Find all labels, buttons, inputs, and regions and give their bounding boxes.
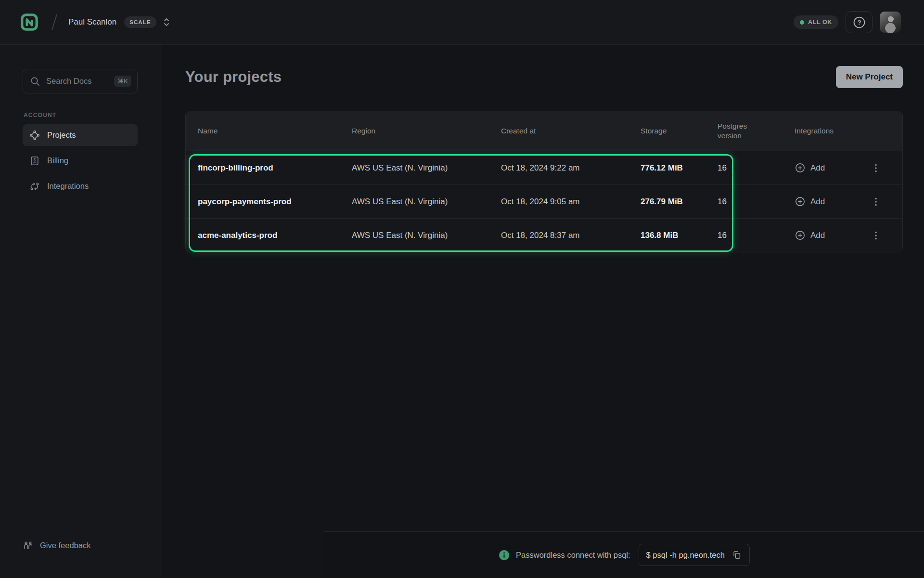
- question-icon: ?: [853, 16, 866, 29]
- org-switcher-chevrons-icon[interactable]: [162, 16, 171, 28]
- psql-hint-label: Passwordless connect with psql:: [516, 551, 630, 560]
- row-menu-button[interactable]: [869, 195, 883, 209]
- table-row-fincorp-billing-prod[interactable]: fincorp-billing-prod AWS US East (N. Vir…: [186, 151, 902, 184]
- add-integration-button[interactable]: Add: [795, 230, 825, 241]
- project-storage: 776.12 MiB: [641, 163, 718, 173]
- circle-plus-icon: [795, 196, 806, 207]
- copy-icon: [732, 550, 742, 560]
- add-integration-label: Add: [810, 231, 825, 240]
- project-name[interactable]: paycorp-payments-prod: [198, 197, 352, 207]
- project-postgres-version: 16: [718, 163, 795, 173]
- add-integration-label: Add: [810, 197, 825, 207]
- psql-command-box[interactable]: $ psql -h pg.neon.tech: [639, 544, 750, 566]
- info-icon: [499, 550, 510, 561]
- project-storage: 276.79 MiB: [641, 197, 718, 207]
- footer-bar: Passwordless connect with psql: $ psql -…: [324, 531, 924, 578]
- add-integration-button[interactable]: Add: [795, 162, 825, 173]
- svg-text:?: ?: [857, 19, 861, 26]
- project-storage: 136.8 MiB: [641, 231, 718, 240]
- copy-command-button[interactable]: [732, 550, 742, 560]
- column-header-created-at: Created at: [501, 127, 641, 135]
- column-header-storage: Storage: [641, 127, 718, 135]
- sidebar: Search Docs ⌘K ACCOUNT Projects $ Bil: [0, 45, 162, 578]
- project-region: AWS US East (N. Virginia): [352, 197, 501, 207]
- search-icon: [30, 76, 40, 87]
- psql-command: $ psql -h pg.neon.tech: [646, 551, 725, 560]
- column-header-integrations: Integrations: [795, 127, 902, 135]
- status-dot-icon: [800, 20, 804, 25]
- projects-table: Name Region Created at Storage Postgres …: [185, 111, 903, 252]
- table-row-acme-analytics-prod[interactable]: acme-analytics-prod AWS US East (N. Virg…: [186, 218, 902, 252]
- add-integration-button[interactable]: Add: [795, 196, 825, 207]
- give-feedback-label: Give feedback: [40, 541, 90, 550]
- plan-badge: SCALE: [124, 16, 156, 28]
- project-postgres-version: 16: [718, 197, 795, 207]
- project-region: AWS US East (N. Virginia): [352, 231, 501, 240]
- feedback-people-icon: [23, 540, 34, 551]
- top-bar-actions: ALL OK ?: [794, 11, 901, 33]
- sidebar-item-label: Integrations: [47, 182, 89, 191]
- status-badge[interactable]: ALL OK: [794, 15, 838, 29]
- row-menu-button[interactable]: [869, 161, 883, 175]
- sidebar-item-projects[interactable]: Projects: [23, 124, 138, 146]
- breadcrumb: Paul Scanlon SCALE: [20, 13, 171, 31]
- status-label: ALL OK: [808, 19, 832, 26]
- main-content: Your projects New Project Name Region Cr…: [162, 45, 924, 578]
- sidebar-item-label: Projects: [47, 131, 76, 140]
- give-feedback-button[interactable]: Give feedback: [23, 540, 90, 551]
- avatar[interactable]: [880, 12, 901, 33]
- project-created-at: Oct 18, 2024 9:22 am: [501, 163, 641, 173]
- sidebar-item-label: Billing: [47, 156, 68, 165]
- circle-plus-icon: [795, 230, 806, 241]
- project-region: AWS US East (N. Virginia): [352, 163, 501, 173]
- search-placeholder: Search Docs: [46, 77, 108, 86]
- sidebar-section-account: ACCOUNT: [24, 112, 138, 118]
- table-row-paycorp-payments-prod[interactable]: paycorp-payments-prod AWS US East (N. Vi…: [186, 184, 902, 218]
- kebab-menu-icon: [871, 230, 881, 241]
- column-header-name: Name: [198, 127, 352, 135]
- column-header-postgres-version: Postgres version: [718, 121, 757, 141]
- row-menu-button[interactable]: [869, 228, 883, 243]
- kebab-menu-icon: [871, 197, 881, 207]
- new-project-button[interactable]: New Project: [836, 66, 903, 88]
- help-button[interactable]: ?: [846, 11, 873, 33]
- project-created-at: Oct 18, 2024 8:37 am: [501, 231, 641, 240]
- project-postgres-version: 16: [718, 231, 795, 240]
- table-header-row: Name Region Created at Storage Postgres …: [186, 111, 902, 151]
- column-header-region: Region: [352, 127, 501, 135]
- search-input[interactable]: Search Docs ⌘K: [23, 69, 138, 93]
- kebab-menu-icon: [871, 163, 881, 173]
- svg-text:$: $: [33, 158, 36, 162]
- keyboard-shortcut-badge: ⌘K: [114, 76, 131, 87]
- sidebar-item-billing[interactable]: $ Billing: [23, 150, 138, 171]
- neon-console: Paul Scanlon SCALE ALL OK ?: [0, 0, 924, 578]
- add-integration-label: Add: [810, 163, 825, 173]
- breadcrumb-slash-icon: [51, 13, 58, 31]
- project-name[interactable]: acme-analytics-prod: [198, 231, 352, 240]
- projects-icon: [29, 130, 40, 141]
- project-created-at: Oct 18, 2024 9:05 am: [501, 197, 641, 207]
- neon-logo-icon[interactable]: [20, 13, 38, 31]
- circle-plus-icon: [795, 162, 806, 173]
- project-name[interactable]: fincorp-billing-prod: [198, 163, 352, 173]
- sidebar-item-integrations[interactable]: Integrations: [23, 175, 138, 197]
- org-name[interactable]: Paul Scanlon: [68, 17, 116, 27]
- top-bar: Paul Scanlon SCALE ALL OK ?: [0, 0, 924, 45]
- page-title: Your projects: [185, 68, 282, 86]
- integrations-icon: [29, 181, 40, 192]
- billing-icon: $: [29, 156, 40, 166]
